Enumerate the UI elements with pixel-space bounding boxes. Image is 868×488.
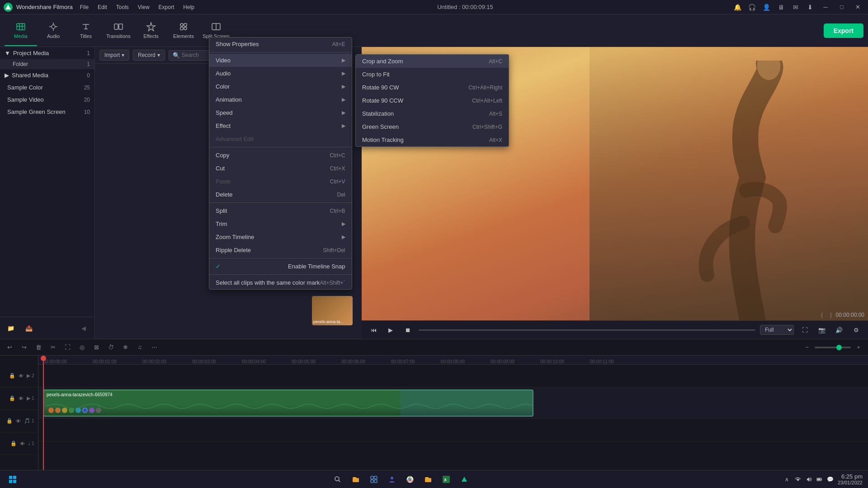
lock-icon4[interactable]: 🔒 [10, 440, 17, 447]
taskbar-search[interactable] [330, 471, 346, 488]
crop-button[interactable]: ⛶ [61, 342, 73, 353]
freeze-frame-button[interactable]: ❄ [119, 342, 131, 353]
taskbar-filmora[interactable] [456, 471, 472, 488]
color-mark-7[interactable] [96, 408, 101, 413]
more-button[interactable]: ⋯ [148, 342, 160, 353]
ctx-stabilization[interactable]: Stabilization Alt+S [356, 107, 509, 120]
ctx-audio[interactable]: Audio ▶ [209, 67, 352, 80]
stop-button[interactable]: ⏹ [401, 324, 414, 336]
import-button[interactable]: Import ▾ [99, 50, 129, 61]
maximize-button[interactable]: □ [835, 1, 848, 14]
ctx-ripple-delete[interactable]: Ripple Delete Shift+Del [209, 244, 352, 257]
playhead[interactable] [43, 356, 44, 488]
sidebar-sample-color[interactable]: Sample Color 25 [0, 81, 94, 94]
tray-notification[interactable]: 💬 [826, 475, 835, 484]
ctx-zoom-timeline[interactable]: Zoom Timeline ▶ [209, 230, 352, 244]
eye-icon2[interactable]: 👁 [18, 395, 25, 402]
ctx-delete[interactable]: Delete Del [209, 188, 352, 201]
sidebar-sample-video[interactable]: Sample Video 20 [0, 94, 94, 106]
add-folder-button[interactable]: 📁 [4, 321, 18, 335]
ctx-speed[interactable]: Speed ▶ [209, 106, 352, 119]
zoom-in-button[interactable]: + [853, 342, 864, 353]
play-button[interactable]: ▶ [384, 324, 397, 336]
ctx-cut[interactable]: Cut Ctrl+X [209, 162, 352, 175]
toolbar-media[interactable]: Media [5, 15, 37, 46]
redo-button[interactable]: ↪ [18, 342, 30, 353]
menu-tools[interactable]: Tools [113, 3, 132, 11]
color-mark-6[interactable] [89, 408, 94, 413]
eye-icon3[interactable]: 👁 [15, 418, 22, 425]
color-mark-0[interactable] [48, 408, 54, 413]
sidebar-folder[interactable]: Folder 1 [0, 59, 94, 69]
eye-icon[interactable]: 👁 [18, 372, 25, 380]
video-clip[interactable]: pexels-anna-tarazevich-6650974 [43, 389, 533, 417]
speed-button[interactable]: ⏱ [105, 342, 117, 353]
toolbar-elements[interactable]: Elements [167, 15, 200, 46]
mail-icon[interactable]: ✉ [790, 2, 801, 13]
color-mark-2[interactable] [62, 408, 67, 413]
start-button[interactable] [5, 472, 20, 487]
ctx-split[interactable]: Split Ctrl+B [209, 204, 352, 217]
menu-help[interactable]: Help [179, 3, 198, 11]
zoom-out-button[interactable]: − [801, 342, 813, 353]
volume-button[interactable]: 🔊 [833, 324, 845, 336]
add-media-button[interactable]: 📤 [22, 321, 36, 335]
color-mark-3[interactable] [69, 408, 74, 413]
rewind-button[interactable]: ⏮ [367, 324, 380, 336]
menu-export[interactable]: Export [155, 3, 178, 11]
lock-icon[interactable]: 🔒 [9, 372, 16, 380]
close-button[interactable]: ✕ [852, 1, 864, 14]
ctx-animation[interactable]: Animation ▶ [209, 93, 352, 106]
cut-button[interactable]: ✂ [47, 342, 59, 353]
sidebar-sample-green-screen[interactable]: Sample Green Screen 10 [0, 106, 94, 118]
ctx-green-screen[interactable]: Green Screen Ctrl+Shift+G [356, 120, 509, 133]
taskbar-file-explorer[interactable] [348, 471, 364, 488]
tray-wifi[interactable] [793, 475, 802, 484]
add-marker-button[interactable]: ◎ [76, 342, 88, 353]
sidebar-project-media[interactable]: ▼ Project Media 1 [0, 47, 94, 59]
tray-battery[interactable] [815, 475, 824, 484]
ctx-rotate-ccw[interactable]: Rotate 90 CCW Ctrl+Alt+Left [356, 94, 509, 107]
notification-icon[interactable]: 🔔 [732, 2, 743, 13]
taskbar-chrome[interactable] [402, 471, 418, 488]
toolbar-titles[interactable]: Titles [70, 15, 102, 46]
toolbar-transitions[interactable]: Transitions [102, 15, 135, 46]
ctx-rotate-cw[interactable]: Rotate 90 CW Ctrl+Alt+Right [356, 81, 509, 94]
timeline-scrubber[interactable] [419, 329, 755, 331]
taskbar-folder[interactable] [420, 471, 436, 488]
ctx-video[interactable]: Video ▶ [209, 54, 352, 67]
taskbar-excel[interactable]: X [438, 471, 454, 488]
ctx-crop-zoom[interactable]: Crop and Zoom Alt+C [356, 55, 509, 68]
ctx-motion-tracking[interactable]: Motion Tracking Alt+X [356, 133, 509, 146]
screenshot-button[interactable]: 📷 [816, 324, 828, 336]
download-icon[interactable]: ⬇ [805, 2, 816, 13]
ctx-color[interactable]: Color ▶ [209, 80, 352, 93]
delete-clip-button[interactable]: 🗑 [33, 342, 44, 353]
timeline-tracks[interactable]: 00:00:00:00 00:00:01:00 00:00:02:00 00:0… [38, 356, 868, 488]
tray-chevron[interactable]: ∧ [783, 475, 792, 484]
color-mark-5[interactable] [82, 408, 88, 413]
toolbar-effects[interactable]: Effects [135, 15, 167, 46]
ctx-crop-to-fit[interactable]: Crop to Fit [356, 68, 509, 81]
quality-select[interactable]: Full Half Quarter [760, 325, 794, 335]
clock[interactable]: 6:25 pm 23/01/2022 [838, 473, 863, 485]
menu-edit[interactable]: Edit [94, 3, 111, 11]
ctx-trim[interactable]: Trim ▶ [209, 217, 352, 230]
media-thumbnail[interactable]: pexels-anna-ta... [312, 296, 353, 325]
split-button[interactable]: ⊠ [90, 342, 102, 353]
ctx-copy[interactable]: Copy Ctrl+C [209, 149, 352, 162]
menu-view[interactable]: View [134, 3, 153, 11]
color-mark-4[interactable] [75, 408, 81, 413]
auto-beat-button[interactable]: ♫ [134, 342, 146, 353]
taskbar-widgets[interactable] [366, 471, 382, 488]
settings-button[interactable]: ⚙ [850, 324, 863, 336]
toolbar-audio[interactable]: Audio [37, 15, 70, 46]
sidebar-shared-media[interactable]: ▶ Shared Media 0 [0, 69, 94, 81]
lock-icon3[interactable]: 🔒 [6, 418, 13, 425]
ctx-select-same-color[interactable]: Select all clips with the same color mar… [209, 276, 352, 289]
eye-icon4[interactable]: 👁 [19, 440, 26, 447]
zoom-slider[interactable] [815, 347, 851, 348]
lock-icon2[interactable]: 🔒 [9, 395, 16, 402]
export-button[interactable]: Export [824, 23, 863, 38]
undo-button[interactable]: ↩ [4, 342, 15, 353]
